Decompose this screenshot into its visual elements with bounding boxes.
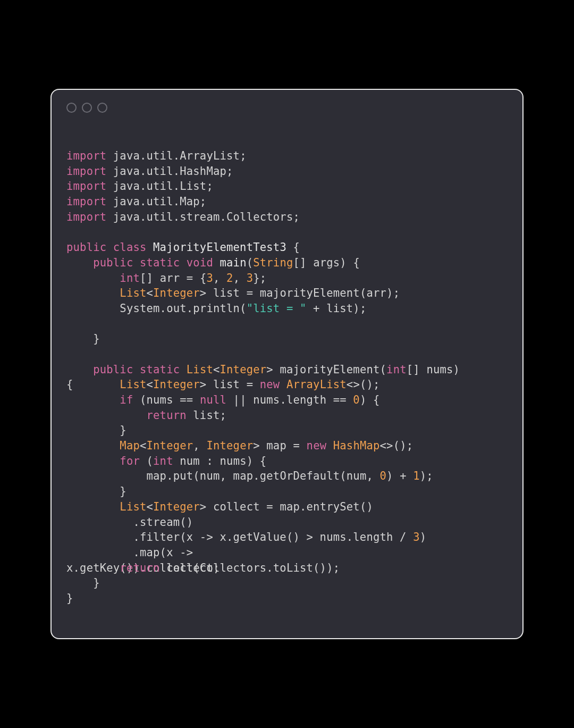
maximize-icon[interactable] bbox=[97, 103, 107, 113]
code-line: int[] arr = {3, 2, 3}; bbox=[66, 272, 266, 284]
code-line: import java.util.stream.Collectors; bbox=[66, 211, 300, 223]
minimize-icon[interactable] bbox=[82, 103, 92, 113]
code-line: public static void main(String[] args) { bbox=[66, 256, 360, 269]
code-line: import java.util.Map; bbox=[66, 195, 206, 208]
code-line: if (nums == null || nums.length == 0) { bbox=[66, 394, 380, 406]
code-line: } bbox=[66, 424, 126, 437]
code-line: .map(x -> bbox=[66, 546, 193, 559]
code-line: } bbox=[66, 576, 100, 589]
code-line: System.out.println("list = " + list); bbox=[66, 302, 366, 315]
keyword-import: import bbox=[66, 149, 106, 162]
code-line: import java.util.HashMap; bbox=[66, 165, 233, 178]
code-line: public static List<Integer> majorityElem… bbox=[66, 363, 460, 376]
code-line: import java.util.ArrayList; bbox=[66, 149, 247, 162]
string-literal: "list = " bbox=[247, 302, 307, 315]
class-name: MajorityElementTest3 bbox=[153, 241, 286, 254]
code-window: import java.util.ArrayList; import java.… bbox=[50, 89, 524, 639]
code-line-overlap: x.getKey()).collect(Collectors.toList())… bbox=[66, 560, 340, 576]
code-line: .filter(x -> x.getValue() > nums.length … bbox=[66, 531, 426, 543]
code-line: { List<Integer> list = new ArrayList<>()… bbox=[66, 378, 380, 391]
code-line: Map<Integer, Integer> map = new HashMap<… bbox=[66, 439, 413, 452]
code-line: List<Integer> collect = map.entrySet() bbox=[66, 500, 373, 513]
close-icon[interactable] bbox=[66, 103, 77, 113]
code-line: return list; bbox=[66, 409, 226, 422]
code-line: .stream() bbox=[66, 516, 193, 529]
code-line: public class MajorityElementTest3 { bbox=[66, 241, 300, 254]
code-line: import java.util.List; bbox=[66, 180, 213, 193]
code-line: map.put(num, map.getOrDefault(num, 0) + … bbox=[66, 470, 433, 482]
code-line: } bbox=[66, 485, 126, 498]
code-line: List<Integer> list = majorityElement(arr… bbox=[66, 287, 400, 299]
code-line: } bbox=[66, 332, 100, 345]
code-line: for (int num : nums) { bbox=[66, 455, 266, 467]
code-editor: import java.util.ArrayList; import java.… bbox=[52, 117, 522, 638]
titlebar bbox=[52, 90, 522, 117]
code-line: } bbox=[66, 592, 73, 605]
